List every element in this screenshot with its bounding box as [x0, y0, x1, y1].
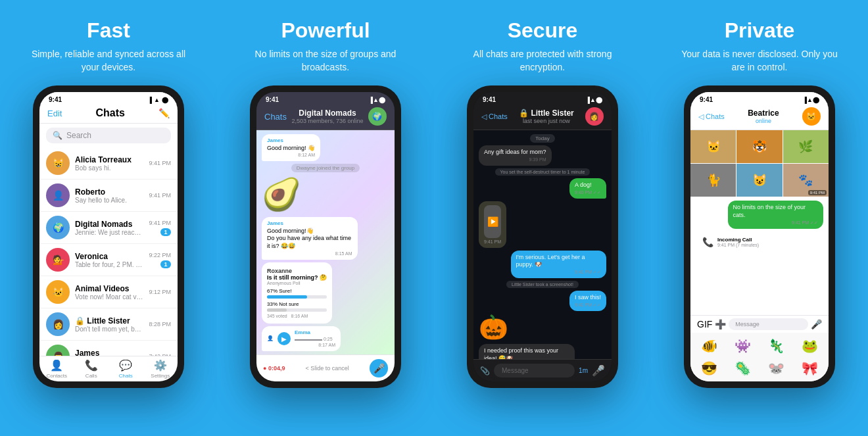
tab-chats[interactable]: 💬 Chats: [108, 359, 143, 379]
chat-item[interactable]: 🌍Digital NomadsJennie: We just reached 2…: [39, 212, 178, 244]
chat-name: Roberto: [75, 187, 143, 197]
contact-avatar-secure: 👩: [585, 107, 604, 126]
poll-sender: Roxanne: [267, 268, 327, 274]
beatrice-status: online: [748, 118, 779, 124]
msg-saw-this: I saw this! 9:41 PM ✓✓: [569, 291, 606, 311]
add-icon[interactable]: ➕: [715, 319, 726, 329]
chat-name: Animal Videos: [75, 284, 143, 293]
chat-name: James: [75, 349, 143, 356]
search-bar[interactable]: 🔍 Search: [46, 128, 171, 143]
mic-button[interactable]: 🎤: [370, 359, 388, 377]
sticker-7[interactable]: 🐭: [760, 358, 792, 379]
chat-avatar: 👨: [46, 345, 70, 356]
unread-badge: 1: [160, 228, 171, 236]
tab-contacts[interactable]: 👤 Contacts: [39, 359, 74, 379]
chats-nav: Edit Chats ✏️: [39, 105, 178, 124]
chat-item[interactable]: 🐱Animal VideosVote now! Moar cat videos …: [39, 276, 178, 308]
contact-header: 🔒 Little Sister last seen just now: [519, 109, 574, 124]
search-icon: 🔍: [53, 131, 62, 140]
phone-powerful-screen: 9:41 ▐▲⬤ Chats Digital Nomads 2,503 memb…: [256, 92, 395, 381]
photo-4: 🐈: [690, 164, 736, 197]
search-placeholder: Search: [66, 131, 91, 140]
compose-icon[interactable]: ✏️: [158, 108, 170, 118]
phone-private-screen: 9:41 ▐▲⬤ ◁ Chats Beatrice online 🐱 🐱 🐯 🌿…: [690, 92, 829, 381]
chat-time: 8:28 PM: [149, 321, 171, 327]
chat-preview: Vote now! Moar cat videos in this channe…: [75, 293, 143, 301]
chat-avatar: 😸: [46, 151, 70, 175]
chat-preview: Say hello to Alice.: [75, 197, 143, 204]
back-button-private[interactable]: ◁ Chats: [698, 112, 725, 121]
chat-avatar: 💁: [46, 248, 70, 272]
slide-cancel[interactable]: < Slide to cancel: [289, 365, 366, 372]
secure-chat-area: Today Any gift ideas for mom? 9:39 PM Yo…: [473, 130, 612, 359]
chat-item[interactable]: 😸Alicia TorreauxBob says hi.9:41 PM: [39, 147, 178, 180]
timer-icon[interactable]: 1m: [579, 367, 588, 374]
chat-time: 9:41 PM: [149, 160, 171, 166]
chat-item[interactable]: 👩🔒 Little SisterDon't tell mom yet, but …: [39, 308, 178, 341]
recording-indicator: ● 0:04,9: [263, 365, 285, 372]
panel-fast: Fast Simple, reliable and synced across …: [0, 0, 217, 436]
message-input-private[interactable]: Message: [729, 318, 808, 330]
incoming-call: 📞 Incoming Call 9:41 PM (7 minutes): [696, 233, 765, 251]
group-name: Digital Nomads: [291, 109, 363, 118]
back-button-powerful[interactable]: Chats: [264, 112, 287, 122]
chat-item[interactable]: 👤RobertoSay hello to Alice.9:41 PM: [39, 180, 178, 212]
panel-secure-title: Secure: [508, 18, 578, 43]
chat-name: Digital Nomads: [75, 220, 143, 229]
sticker-5[interactable]: 😎: [693, 358, 725, 379]
group-sub: 2,503 members, 736 online: [291, 118, 363, 124]
phone-icon: 📞: [702, 237, 713, 247]
status-bar-fast: 9:41 ▐ ▲ ⬤: [39, 92, 178, 105]
beatrice-name: Beatrice: [748, 109, 779, 118]
chats-title: Chats: [95, 107, 124, 119]
message-input-secure[interactable]: Message: [494, 364, 575, 377]
chat-time: 9:22 PM: [149, 252, 171, 258]
msg-gift: Any gift ideas for mom? 9:39 PM: [479, 145, 552, 166]
phone-powerful: 9:41 ▐▲⬤ Chats Digital Nomads 2,503 memb…: [250, 85, 401, 388]
beatrice-avatar: 🐱: [802, 107, 821, 126]
contact-sub: last seen just now: [519, 118, 574, 124]
sticker-3[interactable]: 🦎: [760, 335, 792, 356]
panel-private-title: Private: [725, 18, 795, 43]
status-bar-secure: 9:41 ▐▲⬤: [473, 92, 612, 105]
chat-list: 😸Alicia TorreauxBob says hi.9:41 PM👤Robe…: [39, 147, 178, 356]
edit-button[interactable]: Edit: [47, 109, 62, 118]
msg-james-2: James Good morning!👋Do you have any idea…: [262, 217, 358, 260]
mic-icon-secure[interactable]: 🎤: [592, 364, 605, 377]
chat-name: Veronica: [75, 252, 143, 261]
msg-video: ▶️ 9:41 PM: [479, 201, 506, 248]
status-bar-private: 9:41 ▐▲⬤: [690, 92, 829, 105]
tab-calls[interactable]: 📞 Calls: [74, 359, 109, 379]
poll-container: Roxanne Is it still morning? 🤔 Anonymous…: [262, 262, 332, 324]
phone-private: 9:41 ▐▲⬤ ◁ Chats Beatrice online 🐱 🐱 🐯 🌿…: [684, 85, 835, 388]
beatrice-header: Beatrice online: [748, 109, 779, 124]
sticker-4[interactable]: 🐸: [794, 335, 826, 356]
sticker-2[interactable]: 👾: [727, 335, 759, 356]
status-time: 9:41: [49, 96, 62, 103]
sticker-8[interactable]: 🎀: [794, 358, 826, 379]
sticker-avocado: 🥑: [262, 176, 301, 213]
message-area-private: No limits on the size of your cats. 9:41…: [690, 197, 829, 315]
tab-settings[interactable]: ⚙️ Settings: [143, 359, 178, 379]
chat-item[interactable]: 💁VeronicaTable for four, 2 PM. Be there.…: [39, 244, 178, 276]
chat-preview: Bob says hi.: [75, 164, 143, 172]
sticker-pumpkin: 🎃: [479, 314, 508, 341]
photo-grid: 🐱 🐯 🌿 🐈 😺 🐾 9:41 PM: [690, 130, 829, 197]
msg-dog: A dog! 9:40 PM ✓✓: [569, 178, 606, 199]
gif-icon[interactable]: GIF: [697, 319, 712, 329]
chat-avatar: 🌍: [46, 216, 70, 239]
sticker-tray: 🐠 👾 🦎 🐸 😎 🦠 🐭 🎀: [690, 333, 829, 381]
sticker-1[interactable]: 🐠: [693, 335, 725, 356]
sticker-6[interactable]: 🦠: [727, 358, 759, 379]
contact-name: 🔒 Little Sister: [519, 109, 574, 118]
system-timer: You set the self-destruct timer to 1 min…: [495, 168, 591, 176]
back-button-secure[interactable]: ◁ Chats: [481, 112, 508, 121]
chat-name: Alicia Torreaux: [75, 155, 143, 164]
panel-secure: Secure All chats are protected with stro…: [434, 0, 651, 436]
group-chat-area: James Good morning! 👋 8:12 AM Dwayne joi…: [256, 130, 395, 354]
msg-emma-voice: 👤 ▶ Emma ▬▬▬▬▬▬ 0:25 8:17 AM: [262, 326, 341, 352]
attachment-icon[interactable]: 📎: [480, 366, 490, 375]
chat-item[interactable]: 👨JamesCheck these out7:42 PM: [39, 341, 178, 356]
panel-powerful: Powerful No limits on the size of groups…: [217, 0, 434, 436]
mic-icon-private[interactable]: 🎤: [811, 319, 822, 329]
